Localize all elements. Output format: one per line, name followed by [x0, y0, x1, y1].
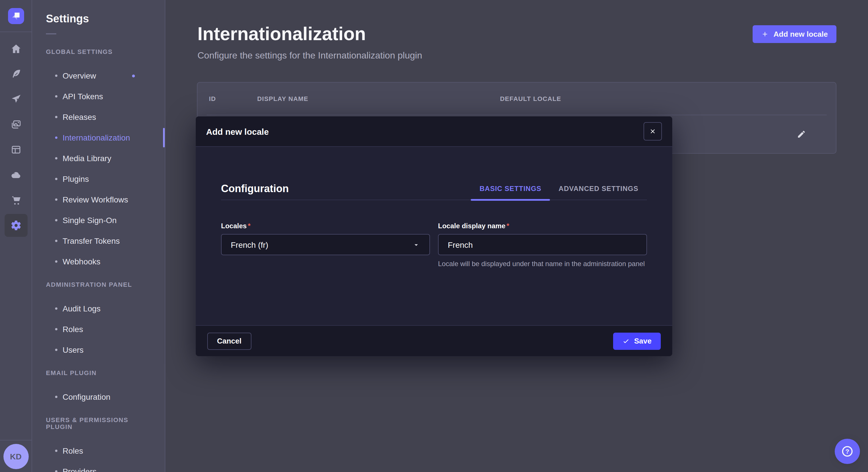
tab-advanced-settings[interactable]: ADVANCED SETTINGS: [550, 185, 647, 200]
checkmark-icon: [622, 337, 629, 345]
add-locale-modal: Add new locale Configuration BASIC SETTI…: [196, 116, 672, 356]
cancel-button[interactable]: Cancel: [207, 332, 251, 349]
display-name-label: Locale display name*: [438, 222, 647, 230]
tabs-divider: [221, 200, 647, 200]
configuration-header-row: Configuration BASIC SETTINGS ADVANCED SE…: [221, 182, 647, 200]
save-label: Save: [634, 337, 652, 345]
settings-tabs: BASIC SETTINGS ADVANCED SETTINGS: [471, 185, 647, 200]
label-text: Locales: [221, 222, 247, 230]
required-asterisk: *: [507, 222, 509, 230]
chevron-down-icon: [412, 241, 420, 248]
required-asterisk: *: [248, 222, 250, 230]
locales-field: Locales* French (fr): [221, 222, 430, 269]
locales-select-value: French (fr): [231, 240, 268, 249]
form-fields-row: Locales* French (fr) Locale display name…: [221, 222, 647, 269]
modal-header: Add new locale: [196, 116, 672, 147]
active-tab-underline: [471, 199, 550, 201]
locales-label: Locales*: [221, 222, 430, 230]
modal-body: Configuration BASIC SETTINGS ADVANCED SE…: [196, 147, 672, 325]
strapi-admin-app: KD Settings GLOBAL SETTINGS Overview API…: [0, 0, 868, 472]
locales-select[interactable]: French (fr): [221, 234, 430, 255]
display-name-field: Locale display name* Locale will be disp…: [438, 222, 647, 269]
display-name-hint: Locale will be displayed under that name…: [438, 259, 647, 269]
label-text: Locale display name: [438, 222, 505, 230]
modal-footer: Cancel Save: [196, 325, 672, 356]
tab-label: BASIC SETTINGS: [479, 185, 541, 193]
tab-basic-settings[interactable]: BASIC SETTINGS: [471, 185, 550, 200]
display-name-input[interactable]: [438, 234, 647, 255]
configuration-title: Configuration: [221, 182, 289, 195]
close-modal-button[interactable]: [644, 122, 662, 140]
close-x-icon: [649, 128, 656, 135]
modal-title: Add new locale: [206, 127, 269, 136]
save-button[interactable]: Save: [613, 332, 661, 349]
tab-label: ADVANCED SETTINGS: [559, 185, 639, 193]
